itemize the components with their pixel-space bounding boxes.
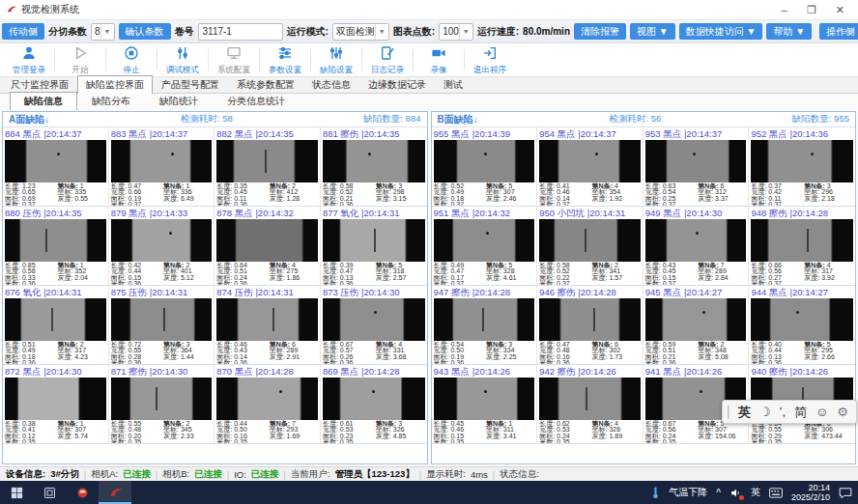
run-mode-select[interactable]: 双面检测▼ [332, 23, 389, 41]
gear-icon[interactable]: ⚙ [837, 406, 848, 418]
data-quick-access-button[interactable]: 数据快捷访问 ▼ [679, 23, 763, 40]
defect-cell[interactable]: 875 压伤 |20:14:31长度:0.72宽度:0.55面积:0.28米数:… [109, 286, 215, 365]
meta-line: 米数:0.35 [434, 439, 486, 444]
sub-tab-1[interactable]: 缺陷分布 [77, 92, 145, 110]
sub-tab-0[interactable]: 缺陷信息 [10, 92, 77, 110]
defect-cell[interactable]: 870 黑点 |20:14:28长度:0.44宽度:0.50面积:0.16米数:… [214, 365, 321, 444]
defect-cell[interactable]: 951 黑点 |20:14:32长度:0.49宽度:0.47面积:0.17米数:… [432, 207, 538, 286]
defect-cell[interactable]: 881 擦伤 |20:14:35长度:0.58宽度:0.52面积:0.21米数:… [321, 127, 427, 207]
ime-drag-handle[interactable] [728, 406, 729, 419]
defect-cell[interactable]: 882 黑点 |20:14:35长度:0.35宽度:0.45面积:0.11米数:… [214, 127, 321, 207]
panel-title[interactable]: B面缺陷↓ [438, 113, 478, 126]
defect-cell[interactable]: 950 小凹坑 |20:14:31长度:0.58宽度:0.52面积:0.22米数… [537, 207, 644, 286]
defect-cell[interactable]: 880 压伤 |20:14:35长度:0.85宽度:0.58面积:0.33米数:… [3, 207, 109, 286]
confirm-count-button[interactable]: 确认条数 [119, 23, 171, 40]
taskbar-clock[interactable]: 20:14 2025/2/10 [791, 483, 830, 502]
ime-simplified[interactable]: 简 [794, 406, 807, 418]
view-menu-button[interactable]: 视图 ▼ [630, 23, 675, 40]
defect-cell[interactable]: 946 擦伤 |20:14:28长度:0.47宽度:0.48面积:0.16米数:… [537, 286, 644, 365]
task-view-button[interactable] [33, 481, 66, 504]
defect-cell[interactable]: 953 黑点 |20:14:37长度:0.63宽度:0.54面积:0.25米数:… [644, 127, 750, 207]
meta-value: 2.25 [503, 354, 517, 360]
defect-cell-label: 877 氧化 |20:14:31 [323, 207, 425, 219]
defect-cell[interactable]: 873 压伤 |20:14:30长度:0.67宽度:0.57面积:0.26米数:… [321, 286, 427, 365]
defect-thumbnail [111, 140, 213, 182]
volume-button[interactable] [729, 487, 742, 499]
action-play[interactable]: 开始 [55, 45, 105, 74]
panel-title[interactable]: A面缺陷↓ [9, 113, 49, 126]
defect-cell[interactable]: 949 黑点 |20:14:30长度:0.43宽度:0.45面积:0.15米数:… [644, 207, 750, 286]
main-tab-3[interactable]: 系统参数配置 [228, 75, 303, 93]
ime-punctuation[interactable]: ’, [780, 406, 786, 418]
action-tune[interactable]: 调试模式 [157, 45, 208, 74]
sub-tab-3[interactable]: 分类信息统计 [213, 92, 300, 110]
sub-tab-2[interactable]: 缺陷统计 [145, 92, 213, 110]
defect-cell[interactable]: 948 擦伤 |20:14:28长度:0.66宽度:0.56面积:0.27米数:… [749, 207, 855, 286]
defect-cell[interactable]: 884 黑点 |20:14:37长度:1.23宽度:0.65面积:0.69米数:… [3, 127, 109, 207]
defect-cell[interactable]: 879 黑点 |20:14:33长度:0.42宽度:0.44面积:0.15米数:… [109, 207, 215, 286]
chart-points-select[interactable]: 100▼ [439, 23, 473, 41]
defect-thumbnail [216, 140, 318, 182]
notification-center-icon[interactable] [839, 487, 852, 499]
main-tab-2[interactable]: 产品型号配置 [153, 75, 228, 93]
roll-number-input[interactable] [198, 23, 283, 41]
action-sliders-h[interactable]: 参数设置 [260, 45, 310, 74]
main-tab-0[interactable]: 尺寸监控界面 [2, 75, 77, 93]
inspection-app-button[interactable] [99, 481, 131, 504]
panel-a-defects-grid: 884 黑点 |20:14:37长度:1.23宽度:0.65面积:0.69米数:… [3, 127, 427, 444]
meta-left-column: 长度:0.47宽度:0.66面积:0.19米数:0.37 [111, 183, 163, 207]
action-label: 调试模式 [166, 65, 199, 74]
tray-expand-caret[interactable]: ^ [716, 488, 721, 498]
maximize-button[interactable]: ❐ [807, 0, 816, 19]
action-camera[interactable]: 录像 [414, 45, 464, 74]
defect-cell[interactable]: 878 黑点 |20:14:32长度:0.64宽度:0.51面积:0.24米数:… [214, 207, 321, 286]
defect-cell[interactable]: 872 黑点 |20:14:30长度:0.38宽度:0.41面积:0.12米数:… [3, 365, 109, 444]
defect-cell[interactable]: 952 黑点 |20:14:36长度:0.37宽度:0.42面积:0.11米数:… [749, 127, 855, 207]
main-tab-4[interactable]: 状态信息 [303, 75, 359, 93]
action-user[interactable]: 管理登录 [4, 45, 54, 74]
defect-cell[interactable]: 947 擦伤 |20:14:28长度:0.54宽度:0.50面积:0.19米数:… [432, 286, 538, 365]
defect-thumbnail [645, 219, 747, 262]
ime-english-mode[interactable]: 英 [738, 406, 751, 418]
main-tab-1[interactable]: 缺陷监控界面 [77, 75, 153, 94]
main-tab-5[interactable]: 边缘数据记录 [359, 75, 435, 93]
defect-cell[interactable]: 955 黑点 |20:14:39长度:0.52宽度:0.49面积:0.18米数:… [432, 127, 538, 207]
close-button[interactable]: ✕ [836, 0, 844, 19]
input-language-indicator[interactable]: 英 [751, 486, 760, 499]
meta-left-column: 长度:0.37宽度:0.42面积:0.11米数:0.37 [751, 183, 804, 207]
defect-cell[interactable]: 883 黑点 |20:14:37长度:0.47宽度:0.66面积:0.19米数:… [109, 127, 215, 207]
defect-cell[interactable]: 871 擦伤 |20:14:30长度:0.55宽度:0.48面积:0.20米数:… [109, 365, 215, 444]
main-tab-6[interactable]: 测试 [435, 75, 472, 93]
defect-cell-label: 940 擦伤 |20:14:26 [751, 365, 853, 378]
pinned-app-button[interactable] [66, 481, 99, 504]
defect-cell[interactable]: 942 擦伤 |20:14:26长度:0.62宽度:0.53面积:0.24米数:… [537, 365, 644, 444]
start-button[interactable] [0, 481, 33, 504]
clear-alarm-button[interactable]: 清除报警 [574, 23, 626, 40]
defect-meta: 长度:0.55宽度:0.48面积:0.20米数:0.35第N条:2坐标:345灰… [111, 420, 213, 444]
action-stop[interactable]: 停止 [106, 45, 157, 74]
emoji-icon[interactable]: ☺ [815, 406, 828, 418]
defect-cell[interactable]: 869 黑点 |20:14:28长度:0.61宽度:0.53面积:0.23米数:… [321, 365, 427, 444]
defect-cell-label: 955 黑点 |20:14:39 [434, 127, 535, 140]
defect-cell[interactable]: 876 氧化 |20:14:31长度:0.51宽度:0.49面积:0.18米数:… [3, 286, 109, 365]
keyboard-icon[interactable] [769, 488, 783, 498]
action-exit[interactable]: 退出程序 [465, 45, 515, 74]
action-monitor[interactable]: 系统配置 [209, 45, 259, 74]
defect-cell[interactable]: 944 黑点 |20:14:27长度:0.40宽度:0.44面积:0.13米数:… [749, 286, 855, 365]
weather-text[interactable]: 气温下降 [669, 486, 707, 499]
drive-side-button[interactable]: 传动侧 [2, 23, 44, 40]
operator-side-button[interactable]: 操作侧 [819, 23, 858, 40]
slit-count-select[interactable]: 8▼ [91, 23, 115, 41]
moon-icon[interactable]: ☽ [759, 406, 771, 418]
action-sliders-v[interactable]: 缺陷设置 [311, 45, 361, 74]
defect-cell[interactable]: 877 氧化 |20:14:31长度:0.39宽度:0.47面积:0.13米数:… [321, 207, 427, 286]
ime-language-bar[interactable]: 英☽’,简☺⚙ [722, 400, 857, 424]
defect-cell-label: 953 黑点 |20:14:37 [645, 127, 747, 140]
minimize-button[interactable]: – [782, 0, 787, 19]
defect-cell[interactable]: 874 压伤 |20:14:31长度:0.46宽度:0.43面积:0.14米数:… [214, 286, 321, 365]
action-log[interactable]: 日志记录 [362, 45, 413, 74]
defect-cell[interactable]: 943 黑点 |20:14:26长度:0.45宽度:0.46面积:0.15米数:… [432, 365, 538, 444]
defect-cell[interactable]: 945 黑点 |20:14:27长度:0.59宽度:0.51面积:0.21米数:… [644, 286, 750, 365]
defect-cell[interactable]: 954 黑点 |20:14:37长度:0.41宽度:0.46面积:0.14米数:… [537, 127, 644, 207]
help-menu-button[interactable]: 帮助 ▼ [766, 23, 812, 40]
